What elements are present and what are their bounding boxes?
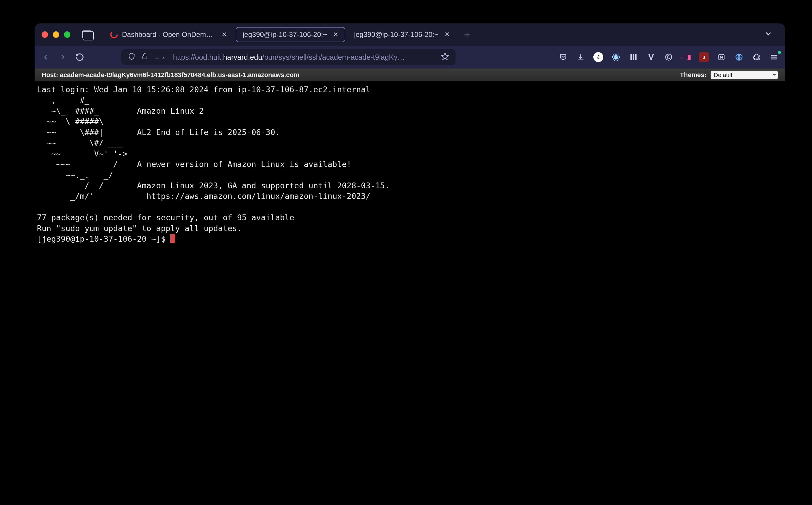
lock-icon[interactable] — [141, 53, 148, 61]
close-window-button[interactable] — [42, 31, 48, 38]
terminal[interactable]: Last login: Wed Jan 10 15:26:08 2024 fro… — [35, 81, 785, 463]
themes-label: Themes: — [680, 71, 706, 79]
reload-button[interactable] — [75, 53, 85, 61]
svg-rect-8 — [633, 54, 634, 60]
terminal-motd: Last login: Wed Jan 10 15:26:08 2024 fro… — [37, 85, 390, 233]
svg-marker-2 — [441, 53, 448, 59]
close-tab-icon[interactable]: ✕ — [333, 31, 338, 38]
globe-extension-icon[interactable] — [734, 52, 744, 62]
v-extension-icon[interactable]: V — [646, 52, 656, 62]
terminal-prompt: [jeg390@ip-10-37-106-20 ~]$ — [37, 234, 170, 243]
svg-rect-1 — [143, 56, 147, 59]
svg-rect-7 — [631, 54, 632, 60]
ondemand-favicon-icon — [110, 31, 118, 38]
list-tabs-button[interactable] — [764, 29, 773, 40]
bookmark-star-icon[interactable] — [441, 52, 449, 62]
app-menu-button[interactable] — [769, 52, 779, 62]
tab-dashboard[interactable]: Dashboard - Open OnDemand ✕ — [104, 27, 233, 42]
url-text: https://ood.huit.harvard.edu/pun/sys/she… — [173, 53, 435, 61]
ublock-icon[interactable]: u — [699, 52, 709, 62]
notion-extension-icon[interactable] — [716, 52, 726, 62]
address-bar[interactable]: ⫠⫠ https://ood.huit.harvard.edu/pun/sys/… — [121, 49, 455, 65]
maximize-window-button[interactable] — [64, 31, 71, 38]
forward-button[interactable] — [57, 53, 68, 61]
pocket-icon[interactable] — [558, 52, 568, 62]
svg-rect-9 — [635, 54, 637, 60]
window-controls — [42, 31, 71, 38]
minimize-window-button[interactable] — [53, 31, 59, 38]
back-button[interactable] — [40, 53, 51, 61]
tab-label: jeg390@ip-10-37-106-20:~ — [354, 30, 438, 39]
vodafone-extension-icon[interactable] — [664, 52, 674, 62]
shell-host-bar: Host: academ-acade-t9lagKy6vm6l-1412fb18… — [35, 68, 785, 81]
react-devtools-icon[interactable] — [611, 52, 621, 62]
browser-window: Dashboard - Open OnDemand ✕ jeg390@ip-10… — [35, 23, 785, 463]
shield-icon[interactable] — [128, 52, 135, 62]
theme-select[interactable]: Default — [710, 70, 778, 79]
sidebar-toggle-icon[interactable] — [82, 30, 92, 39]
downloads-icon[interactable] — [576, 52, 586, 62]
profile-avatar-icon[interactable]: J — [593, 52, 603, 62]
host-label: Host: academ-acade-t9lagKy6vm6l-1412fb18… — [42, 71, 299, 79]
extensions-icon[interactable] — [752, 52, 762, 62]
close-tab-icon[interactable]: ✕ — [222, 31, 227, 38]
tab-ssh-active[interactable]: jeg390@ip-10-37-106-20:~ ✕ — [236, 27, 345, 42]
toolbar-right: J V ⌐◨ u — [558, 52, 779, 62]
close-tab-icon[interactable]: ✕ — [444, 31, 450, 38]
tab-label: jeg390@ip-10-37-106-20:~ — [243, 30, 327, 39]
permissions-icon[interactable]: ⫠⫠ — [154, 53, 167, 61]
glasses-extension-icon[interactable]: ⌐◨ — [681, 52, 691, 62]
tab-strip: Dashboard - Open OnDemand ✕ jeg390@ip-10… — [35, 23, 785, 46]
new-tab-button[interactable]: ＋ — [462, 28, 472, 41]
navigation-bar: ⫠⫠ https://ood.huit.harvard.edu/pun/sys/… — [35, 46, 785, 68]
tab-ssh-2[interactable]: jeg390@ip-10-37-106-20:~ ✕ — [348, 27, 456, 42]
svg-point-3 — [615, 56, 617, 58]
extension-grid-icon[interactable] — [629, 52, 639, 62]
terminal-cursor — [170, 234, 175, 243]
tab-label: Dashboard - Open OnDemand — [122, 30, 216, 39]
svg-point-0 — [111, 31, 117, 38]
